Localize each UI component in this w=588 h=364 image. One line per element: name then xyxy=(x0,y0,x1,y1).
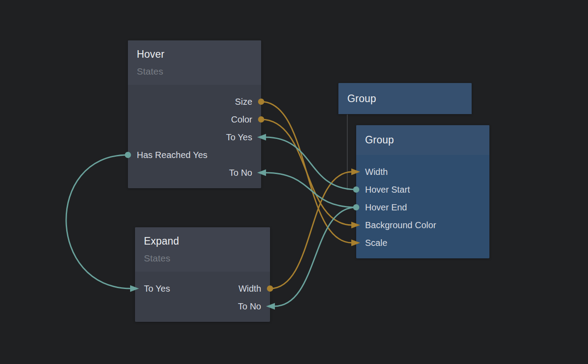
node-subtitle: States xyxy=(144,253,261,264)
wire-group-hover-end-to-expand-to-no[interactable] xyxy=(274,207,356,306)
wire-group-hover-start-to-hover-to-yes[interactable] xyxy=(265,137,356,190)
port-label-scale: Scale xyxy=(365,236,387,249)
node-header[interactable]: ExpandStates xyxy=(135,227,270,272)
port-label-to-yes: To Yes xyxy=(226,131,252,144)
port-label-to-no: To No xyxy=(238,300,261,313)
wire-hover-color-to-group-background-color[interactable] xyxy=(261,119,352,225)
port-label-to-no: To No xyxy=(229,166,252,179)
node-header[interactable]: Group xyxy=(338,83,472,114)
node-group-parent[interactable]: Group xyxy=(338,83,472,114)
node-title: Group xyxy=(347,93,463,105)
group-hierarchy-line xyxy=(347,115,353,190)
node-title: Expand xyxy=(144,235,261,247)
port-label-has-reached-yes: Has Reached Yes xyxy=(137,148,207,162)
editor-canvas[interactable]: HoverStatesSizeColorTo YesHas Reached Ye… xyxy=(0,0,588,364)
node-header[interactable]: Group xyxy=(356,125,489,155)
port-label-color: Color xyxy=(231,113,252,126)
port-label-background-color: Background Color xyxy=(365,218,436,232)
node-expand[interactable]: ExpandStatesTo YesWidthTo No xyxy=(135,227,270,322)
wire-hover-size-to-group-scale[interactable] xyxy=(261,102,352,243)
port-label-to-yes: To Yes xyxy=(144,282,170,295)
node-hover[interactable]: HoverStatesSizeColorTo YesHas Reached Ye… xyxy=(128,40,261,188)
wire-hover-has-reached-yes-to-expand-to-yes[interactable] xyxy=(66,155,131,289)
node-header[interactable]: HoverStates xyxy=(128,40,261,85)
port-label-hover-end: Hover End xyxy=(365,201,407,214)
node-title: Hover xyxy=(137,48,252,60)
node-group[interactable]: GroupWidthHover StartHover EndBackground… xyxy=(356,125,489,258)
port-label-size: Size xyxy=(235,95,252,108)
wire-layer xyxy=(0,0,588,364)
port-label-width: Width xyxy=(238,282,261,295)
node-title: Group xyxy=(365,134,481,146)
wire-expand-width-to-group-width[interactable] xyxy=(270,172,352,289)
wire-group-hover-end-to-hover-to-no[interactable] xyxy=(265,173,356,207)
port-label-width: Width xyxy=(365,165,388,178)
port-label-hover-start: Hover Start xyxy=(365,183,410,196)
node-subtitle: States xyxy=(137,66,252,77)
